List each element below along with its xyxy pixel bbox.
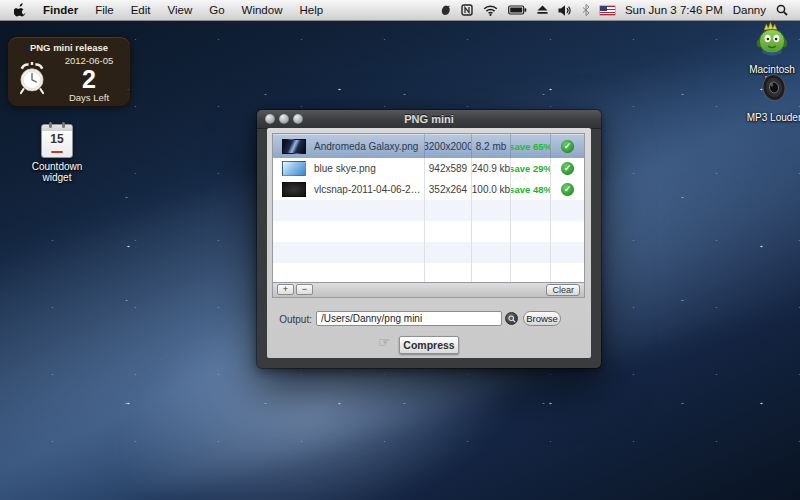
menubar-clock[interactable]: Sun Jun 3 7:46 PM <box>625 4 723 16</box>
file-dimensions: 942x589 <box>425 158 472 179</box>
file-size: 240.9 kb <box>472 158 511 179</box>
window-content-panel: Andromeda Galaxy.png 3200x2000 8.2 mb sa… <box>267 128 591 358</box>
mp3-louder-label: MP3 Louder <box>746 112 800 123</box>
desktop-icon-mp3-louder[interactable]: MP3 Louder <box>746 70 800 123</box>
file-table: Andromeda Galaxy.png 3200x2000 8.2 mb sa… <box>272 133 585 283</box>
table-empty-row[interactable] <box>273 221 584 242</box>
menu-bar: Finder File Edit View Go Window Help <box>0 0 800 21</box>
spotlight-search-icon[interactable] <box>776 4 788 16</box>
menu-item-window[interactable]: Window <box>242 4 283 16</box>
file-name: vlcsnap-2011-04-06-20h40m36s165.png <box>314 184 424 195</box>
menu-item-help[interactable]: Help <box>299 4 323 16</box>
countdown-days-label: Days Left <box>50 92 128 103</box>
png-mini-window: PNG mini Andromeda Galaxy.png 3200x2000 … <box>257 110 601 368</box>
countdown-body: 2012-06-05 2 Days Left <box>50 55 128 103</box>
table-empty-row[interactable] <box>273 242 584 263</box>
bluetooth-icon[interactable] <box>582 4 590 16</box>
table-row[interactable]: vlcsnap-2011-04-06-20h40m36s165.png 352x… <box>273 179 584 200</box>
volume-icon[interactable] <box>558 5 572 16</box>
desktop: Finder File Edit View Go Window Help <box>0 0 800 500</box>
minimize-button[interactable] <box>279 114 289 124</box>
table-footer-bar: + − Clear <box>272 283 585 298</box>
menu-item-file[interactable]: File <box>95 4 114 16</box>
menu-item-edit[interactable]: Edit <box>131 4 151 16</box>
menu-item-finder[interactable]: Finder <box>43 4 78 16</box>
countdown-days-remaining: 2 <box>50 66 128 92</box>
calendar-widget[interactable]: 15 Countdown widget <box>28 124 86 183</box>
table-row[interactable]: Andromeda Galaxy.png 3200x2000 8.2 mb sa… <box>273 134 584 158</box>
wifi-icon[interactable] <box>483 5 498 16</box>
check-icon: ✓ <box>561 140 574 153</box>
output-path-input[interactable] <box>316 311 502 326</box>
file-thumbnail <box>282 161 306 176</box>
browse-button[interactable]: Browse <box>523 311 561 326</box>
file-dimensions: 352x264 <box>425 179 472 200</box>
countdown-widget-panel[interactable]: PNG mini release 2012-06-05 2 Days Left <box>7 36 131 107</box>
check-icon: ✓ <box>561 162 574 175</box>
file-dimensions: 3200x2000 <box>425 134 472 158</box>
menu-bar-status-area: Sun Jun 3 7:46 PM Danny <box>440 4 800 16</box>
battery-icon[interactable] <box>508 5 527 15</box>
input-source-icon[interactable] <box>461 4 473 16</box>
add-file-button[interactable]: + <box>277 284 294 295</box>
calendar-icon: 15 <box>41 124 73 158</box>
file-save-percent: save 48% <box>511 179 551 200</box>
file-size: 8.2 mb <box>472 134 511 158</box>
pointing-hand-icon: ☞ <box>378 334 391 350</box>
menu-bar-left: Finder File Edit View Go Window Help <box>0 3 323 17</box>
compress-button[interactable]: Compress <box>399 336 459 354</box>
window-title: PNG mini <box>257 110 601 128</box>
calendar-ring-icon <box>62 122 65 128</box>
calendar-ring-icon <box>49 122 52 128</box>
macintosh-hd-monster-icon <box>752 20 792 57</box>
app-status-icon[interactable] <box>440 4 451 16</box>
file-name: blue skye.png <box>314 163 376 174</box>
output-label: Output: <box>267 314 312 325</box>
us-flag-icon[interactable] <box>600 6 615 15</box>
us-flag-canton <box>600 6 607 11</box>
file-thumbnail <box>282 139 306 154</box>
table-empty-row[interactable] <box>273 200 584 221</box>
calendar-day: 15 <box>42 132 72 146</box>
apple-menu-icon[interactable] <box>14 3 26 17</box>
check-icon: ✓ <box>561 183 574 196</box>
calendar-binder <box>42 125 72 131</box>
countdown-title: PNG mini release <box>8 42 130 53</box>
clear-button[interactable]: Clear <box>546 284 580 296</box>
zoom-button[interactable] <box>293 114 303 124</box>
eject-icon[interactable] <box>537 5 548 15</box>
file-thumbnail <box>282 182 306 197</box>
output-search-icon[interactable] <box>505 312 518 325</box>
speaker-icon <box>756 70 792 105</box>
file-save-percent: save 29% <box>511 158 551 179</box>
table-empty-row[interactable] <box>273 263 584 283</box>
alarm-clock-icon <box>15 61 49 101</box>
table-row[interactable]: blue skye.png 942x589 240.9 kb save 29% … <box>273 158 584 179</box>
menu-item-go[interactable]: Go <box>209 4 224 16</box>
calendar-widget-label: Countdown widget <box>28 161 86 183</box>
menu-item-view[interactable]: View <box>168 4 193 16</box>
window-title-bar[interactable]: PNG mini <box>257 110 601 129</box>
remove-file-button[interactable]: − <box>296 284 313 295</box>
menubar-user[interactable]: Danny <box>733 4 766 16</box>
calendar-month-mark <box>51 151 63 154</box>
close-button[interactable] <box>265 114 275 124</box>
file-save-percent: save 65% <box>511 134 551 158</box>
file-name: Andromeda Galaxy.png <box>314 141 418 152</box>
file-size: 100.0 kb <box>472 179 511 200</box>
